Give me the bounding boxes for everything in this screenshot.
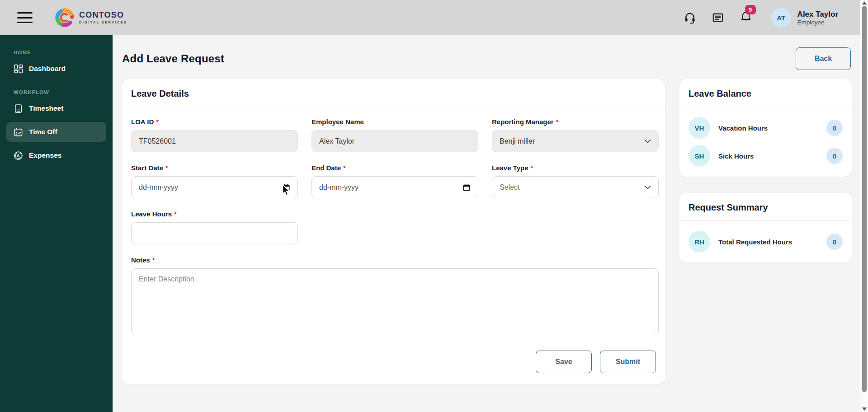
total-requested-hours-value: 0 <box>826 234 843 250</box>
user-menu[interactable]: AT Alex Taylor Employee <box>771 8 838 28</box>
user-role: Employee <box>797 19 838 26</box>
scrollbar-down-arrow[interactable] <box>862 407 867 411</box>
contoso-logo-icon <box>54 7 75 28</box>
request-summary-title: Request Summary <box>679 193 852 221</box>
sidebar-item-label: Timesheet <box>29 104 63 112</box>
field-employee-name: Employee Name Alex Taylor <box>311 118 478 152</box>
leave-balance-title: Leave Balance <box>679 79 852 107</box>
sidebar-section-home: HOME <box>0 50 113 55</box>
main-content: Add Leave Request Back Leave Details LOA… <box>113 35 860 412</box>
sidebar-section-workflow: WORKFLOW <box>0 89 113 95</box>
chevron-down-icon <box>644 139 651 144</box>
hamburger-menu-icon[interactable] <box>17 12 33 23</box>
sidebar-nav: HOME Dashboard WORKFLOW Timesheet <box>0 35 113 412</box>
brand-tagline: DIGITAL SERVICES <box>79 20 127 24</box>
notes-label: Notes* <box>131 256 659 264</box>
calendar-icon[interactable] <box>462 183 471 192</box>
user-avatar[interactable]: AT <box>771 8 791 28</box>
leave-details-title: Leave Details <box>122 79 665 107</box>
back-button[interactable]: Back <box>796 47 851 70</box>
expenses-dollar-icon: $ <box>14 151 23 160</box>
sidebar-item-expenses[interactable]: $ Expenses <box>0 145 113 165</box>
time-off-calendar-icon <box>14 127 23 137</box>
sidebar-item-time-off[interactable]: Time Off <box>6 122 106 142</box>
reporting-manager-label: Reporting Manager* <box>492 118 659 126</box>
notes-textarea[interactable] <box>131 268 659 335</box>
chevron-down-icon <box>644 185 651 190</box>
leave-details-card: Leave Details LOA ID* TF0526001 Employee… <box>122 79 665 384</box>
total-requested-hours-label: Total Requested Hours <box>718 238 826 246</box>
sidebar-item-label: Time Off <box>29 128 57 136</box>
calendar-icon[interactable] <box>282 183 290 192</box>
employee-name-label: Employee Name <box>311 118 478 126</box>
page-title: Add Leave Request <box>122 52 224 65</box>
sidebar-item-label: Expenses <box>29 151 61 159</box>
field-reporting-manager: Reporting Manager* Benji miller <box>492 118 659 152</box>
scrollbar-thumb[interactable] <box>862 6 867 392</box>
timesheet-document-icon <box>14 104 23 113</box>
loa-id-label: LOA ID* <box>131 118 298 126</box>
sick-hours-row: SH Sick Hours 0 <box>689 145 843 167</box>
sidebar-item-timesheet[interactable]: Timesheet <box>0 98 113 118</box>
field-leave-hours: Leave Hours* <box>131 210 298 244</box>
sidebar-item-dashboard[interactable]: Dashboard <box>0 59 113 79</box>
start-date-label: Start Date* <box>131 164 298 172</box>
vacation-hours-row: VH Vacation Hours 0 <box>689 117 843 139</box>
start-date-input[interactable]: dd-mm-yyyy <box>131 176 298 198</box>
notification-count-badge: 9 <box>745 5 756 14</box>
brand-logo: CONTOSO DIGITAL SERVICES <box>54 7 127 28</box>
sidebar-item-label: Dashboard <box>29 65 66 73</box>
leave-balance-card: Leave Balance VH Vacation Hours 0 SH Sic… <box>679 79 852 177</box>
support-headset-icon[interactable] <box>684 11 696 24</box>
brand-name: CONTOSO <box>79 11 127 19</box>
employee-name-input[interactable]: Alex Taylor <box>311 130 478 152</box>
vacation-hours-label: Vacation Hours <box>718 124 826 132</box>
field-leave-type: Leave Type* Select <box>492 164 659 198</box>
vacation-hours-avatar: VH <box>689 117 710 139</box>
field-loa-id: LOA ID* TF0526001 <box>131 118 298 152</box>
field-notes: Notes* <box>131 256 659 337</box>
end-date-label: End Date* <box>311 164 478 172</box>
sick-hours-label: Sick Hours <box>718 152 826 160</box>
loa-id-input[interactable]: TF0526001 <box>131 130 298 152</box>
end-date-input[interactable]: dd-mm-yyyy <box>311 176 478 198</box>
submit-button[interactable]: Submit <box>600 351 656 373</box>
page-scrollbar[interactable] <box>860 0 868 412</box>
total-requested-hours-avatar: RH <box>689 231 710 253</box>
sick-hours-avatar: SH <box>689 145 710 167</box>
field-end-date: End Date* dd-mm-yyyy <box>311 164 478 198</box>
sick-hours-value: 0 <box>826 148 843 164</box>
scrollbar-up-arrow[interactable] <box>862 1 867 5</box>
request-summary-card: Request Summary RH Total Requested Hours… <box>679 193 852 262</box>
dashboard-grid-icon <box>14 64 23 74</box>
field-start-date: Start Date* dd-mm-yyyy <box>131 164 298 198</box>
reporting-manager-select[interactable]: Benji miller <box>492 130 659 152</box>
leave-hours-input[interactable] <box>131 222 298 244</box>
user-name: Alex Taylor <box>797 9 838 19</box>
top-header: CONTOSO DIGITAL SERVICES 9 AT Al <box>0 0 860 35</box>
news-feed-icon[interactable] <box>712 11 724 24</box>
vacation-hours-value: 0 <box>826 120 843 136</box>
leave-hours-label: Leave Hours* <box>131 210 298 218</box>
total-requested-hours-row: RH Total Requested Hours 0 <box>689 231 843 253</box>
leave-type-label: Leave Type* <box>492 164 659 172</box>
svg-text:$: $ <box>17 153 20 158</box>
leave-type-select[interactable]: Select <box>492 176 659 198</box>
save-button[interactable]: Save <box>536 351 592 373</box>
